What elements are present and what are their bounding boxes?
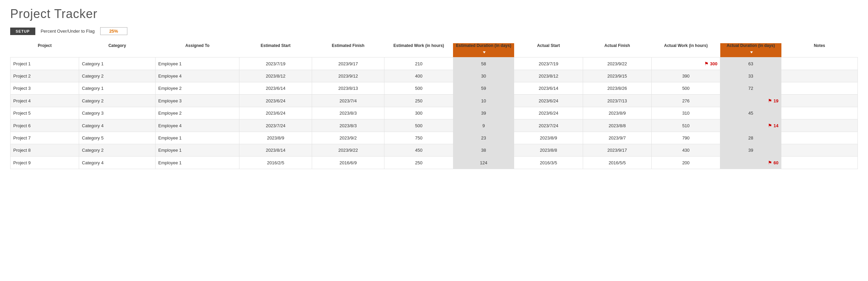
col-header-assigned[interactable]: Assigned To	[156, 43, 239, 57]
cell-est-dur: 124	[453, 156, 514, 169]
cell-notes	[781, 95, 858, 107]
cell-est-start: 2023/8/12	[239, 70, 312, 82]
cell-act-dur: 45	[720, 107, 781, 119]
cell-category: Category 1	[79, 57, 156, 70]
cell-category: Category 5	[79, 132, 156, 144]
cell-est-dur: 59	[453, 82, 514, 95]
col-header-act-finish[interactable]: Actual Finish	[583, 43, 651, 57]
table-row: Project 5Category 3Employee 22023/6/2420…	[11, 107, 858, 119]
col-header-act-dur[interactable]: Actual Duration (in days)	[720, 43, 781, 57]
col-header-notes[interactable]: Notes	[781, 43, 858, 57]
cell-est-finish: 2023/8/13	[312, 82, 384, 95]
flag-value-input[interactable]	[100, 27, 127, 35]
table-wrapper: Project Category Assigned To	[10, 43, 858, 169]
cell-act-work: 276	[652, 95, 720, 107]
cell-est-finish: 2023/9/2	[312, 132, 384, 144]
cell-est-start: 2023/6/14	[239, 82, 312, 95]
cell-assigned: Employee 2	[156, 107, 239, 119]
cell-act-start: 2023/7/24	[514, 119, 583, 132]
col-header-category[interactable]: Category	[79, 43, 156, 57]
cell-act-work: 510	[652, 119, 720, 132]
cell-project: Project 9	[11, 156, 79, 169]
cell-est-work: 450	[384, 144, 453, 156]
cell-est-dur: 30	[453, 70, 514, 82]
cell-act-start: 2023/8/9	[514, 132, 583, 144]
col-header-est-finish[interactable]: Estimated Finish	[312, 43, 384, 57]
cell-act-work: 200	[652, 156, 720, 169]
cell-assigned: Employee 4	[156, 70, 239, 82]
cell-est-dur: 23	[453, 132, 514, 144]
cell-notes	[781, 119, 858, 132]
col-header-est-dur[interactable]: Estimated Duration (in days)	[453, 43, 514, 57]
table-row: Project 4Category 2Employee 32023/6/2420…	[11, 95, 858, 107]
table-row: Project 8Category 2Employee 12023/8/1420…	[11, 144, 858, 156]
cell-assigned: Employee 3	[156, 95, 239, 107]
cell-act-finish: 2023/7/13	[583, 95, 651, 107]
cell-category: Category 4	[79, 156, 156, 169]
cell-act-dur-value: 19	[774, 98, 778, 103]
cell-notes	[781, 144, 858, 156]
cell-category: Category 2	[79, 144, 156, 156]
cell-est-work: 250	[384, 95, 453, 107]
cell-assigned: Employee 1	[156, 57, 239, 70]
col-header-act-start[interactable]: Actual Start	[514, 43, 583, 57]
cell-est-work: 750	[384, 132, 453, 144]
cell-project: Project 8	[11, 144, 79, 156]
cell-assigned: Employee 2	[156, 82, 239, 95]
table-row: Project 6Category 4Employee 42023/7/2420…	[11, 119, 858, 132]
cell-est-dur: 39	[453, 107, 514, 119]
cell-notes	[781, 70, 858, 82]
col-header-act-work[interactable]: Actual Work (in hours)	[652, 43, 720, 57]
cell-project: Project 6	[11, 119, 79, 132]
flag-icon: ⚑	[704, 61, 709, 66]
cell-est-work: 210	[384, 57, 453, 70]
cell-est-finish: 2023/7/4	[312, 95, 384, 107]
cell-est-dur: 10	[453, 95, 514, 107]
cell-act-dur: 28	[720, 132, 781, 144]
page-title: Project Tracker	[10, 7, 858, 21]
cell-est-dur: 58	[453, 57, 514, 70]
setup-bar: SETUP Percent Over/Under to Flag	[10, 27, 858, 35]
cell-project: Project 3	[11, 82, 79, 95]
cell-act-dur: ⚑14	[720, 119, 781, 132]
col-header-est-start[interactable]: Estimated Start	[239, 43, 312, 57]
cell-notes	[781, 82, 858, 95]
cell-est-start: 2023/8/14	[239, 144, 312, 156]
setup-button[interactable]: SETUP	[10, 28, 35, 35]
cell-project: Project 2	[11, 70, 79, 82]
cell-notes	[781, 156, 858, 169]
cell-act-start: 2023/6/14	[514, 82, 583, 95]
flag-icon: ⚑	[768, 160, 772, 165]
cell-act-dur: 39	[720, 144, 781, 156]
col-header-est-work[interactable]: Estimated Work (in hours)	[384, 43, 453, 57]
col-header-project[interactable]: Project	[11, 43, 79, 57]
cell-act-work-value: 300	[710, 61, 718, 66]
cell-project: Project 7	[11, 132, 79, 144]
table-row: Project 2Category 2Employee 42023/8/1220…	[11, 70, 858, 82]
cell-project: Project 1	[11, 57, 79, 70]
cell-est-start: 2023/7/19	[239, 57, 312, 70]
cell-act-finish: 2023/8/26	[583, 82, 651, 95]
cell-est-work: 300	[384, 107, 453, 119]
table-row: Project 3Category 1Employee 22023/6/1420…	[11, 82, 858, 95]
cell-act-work: 500	[652, 82, 720, 95]
cell-act-start: 2016/3/5	[514, 156, 583, 169]
cell-est-finish: 2016/6/9	[312, 156, 384, 169]
cell-est-dur: 9	[453, 119, 514, 132]
cell-act-finish: 2023/8/9	[583, 107, 651, 119]
cell-act-work: 430	[652, 144, 720, 156]
cell-assigned: Employee 4	[156, 119, 239, 132]
cell-act-work: 310	[652, 107, 720, 119]
cell-category: Category 2	[79, 70, 156, 82]
cell-act-finish: 2023/9/7	[583, 132, 651, 144]
cell-act-work: 790	[652, 132, 720, 144]
cell-act-dur: 33	[720, 70, 781, 82]
cell-est-start: 2016/2/5	[239, 156, 312, 169]
cell-est-work: 400	[384, 70, 453, 82]
cell-category: Category 1	[79, 82, 156, 95]
cell-act-start: 2023/6/24	[514, 95, 583, 107]
cell-est-dur: 38	[453, 144, 514, 156]
cell-est-start: 2023/7/24	[239, 119, 312, 132]
cell-project: Project 5	[11, 107, 79, 119]
cell-est-finish: 2023/9/12	[312, 70, 384, 82]
